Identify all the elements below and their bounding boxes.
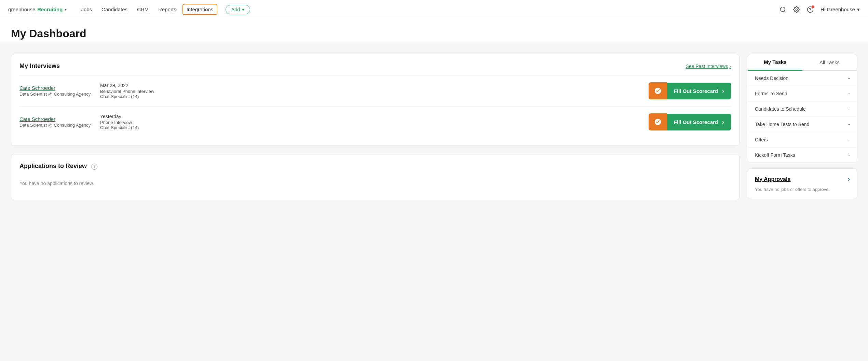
task-item-forms-to-send[interactable]: Forms To Send - bbox=[748, 86, 857, 101]
brand-logo[interactable]: greenhouse Recruiting ▾ bbox=[8, 6, 67, 12]
header-band: My Dashboard bbox=[0, 19, 868, 43]
interview-row-2: Cate Schroeder Data Scientist @ Consulti… bbox=[19, 106, 731, 137]
task-item-take-home-tests[interactable]: Take Home Tests to Send - bbox=[748, 117, 857, 132]
fill-scorecard-button-2[interactable]: Fill Out Scorecard › bbox=[649, 113, 731, 130]
tasks-list: Needs Decision - Forms To Send - Candida… bbox=[748, 71, 857, 163]
interview-row: Cate Schroeder Data Scientist @ Consulti… bbox=[19, 75, 731, 106]
approvals-title[interactable]: My Approvals bbox=[755, 176, 790, 182]
interview-date-2: Yesterday bbox=[100, 114, 643, 119]
scorecard-text-1: Fill Out Scorecard › bbox=[667, 83, 731, 99]
applications-title: Applications to Review i bbox=[19, 163, 97, 170]
user-menu[interactable]: Hi Greenhouse ▾ bbox=[820, 6, 860, 13]
brand-recruiting-text: Recruiting bbox=[37, 6, 63, 12]
main-column: My Interviews See Past Interviews › Cate… bbox=[11, 54, 740, 200]
candidate-role-1: Data Scientist @ Consulting Agency bbox=[19, 92, 95, 97]
interview-details-1: Mar 29, 2022 Behavioral Phone Interview … bbox=[100, 83, 643, 99]
search-button[interactable] bbox=[779, 6, 786, 13]
notification-dot bbox=[812, 5, 814, 8]
task-item-kickoff-form[interactable]: Kickoff Form Tasks - bbox=[748, 148, 857, 163]
approvals-header: My Approvals › bbox=[755, 176, 850, 183]
task-item-candidates-to-schedule[interactable]: Candidates to Schedule - bbox=[748, 101, 857, 117]
page-content: My Interviews See Past Interviews › Cate… bbox=[0, 43, 868, 211]
task-item-needs-decision[interactable]: Needs Decision - bbox=[748, 71, 857, 86]
candidate-name-1[interactable]: Cate Schroeder bbox=[19, 85, 95, 91]
approvals-empty-text: You have no jobs or offers to approve. bbox=[755, 187, 850, 192]
nav-link-candidates[interactable]: Candidates bbox=[98, 4, 131, 14]
approvals-arrow-icon[interactable]: › bbox=[848, 176, 850, 183]
nav-links: Jobs Candidates CRM Reports Integrations bbox=[78, 4, 217, 15]
applications-empty-text: You have no applications to review. bbox=[19, 175, 731, 192]
interview-type-2: Phone Interview bbox=[100, 120, 643, 125]
interview-type-1: Behavioral Phone Interview bbox=[100, 89, 643, 94]
nav-link-jobs[interactable]: Jobs bbox=[78, 4, 95, 14]
task-item-offers[interactable]: Offers - bbox=[748, 132, 857, 148]
applications-card: Applications to Review i You have no app… bbox=[11, 154, 740, 200]
info-icon[interactable]: i bbox=[91, 164, 97, 170]
brand-chevron-icon: ▾ bbox=[65, 7, 67, 12]
nav-link-integrations[interactable]: Integrations bbox=[182, 4, 217, 15]
settings-button[interactable] bbox=[793, 6, 800, 13]
scorecard-icon-1 bbox=[649, 82, 667, 99]
interviews-card: My Interviews See Past Interviews › Cate… bbox=[11, 54, 740, 146]
help-icon-wrap bbox=[807, 6, 814, 13]
navbar: greenhouse Recruiting ▾ Jobs Candidates … bbox=[0, 0, 868, 19]
approvals-card: My Approvals › You have no jobs or offer… bbox=[748, 168, 857, 199]
nav-link-reports[interactable]: Reports bbox=[155, 4, 180, 14]
see-past-interviews-link[interactable]: See Past Interviews › bbox=[686, 64, 731, 69]
svg-line-1 bbox=[784, 11, 786, 12]
tasks-tabs: My Tasks All Tasks bbox=[748, 54, 857, 71]
interview-details-2: Yesterday Phone Interview Chat Specialis… bbox=[100, 114, 643, 130]
interview-candidate-1: Cate Schroeder Data Scientist @ Consulti… bbox=[19, 85, 95, 97]
interviews-card-header: My Interviews See Past Interviews › bbox=[19, 63, 731, 70]
help-button[interactable] bbox=[807, 6, 814, 13]
interview-job-2: Chat Specialist (14) bbox=[100, 125, 643, 130]
nav-right: Hi Greenhouse ▾ bbox=[779, 6, 860, 13]
add-button[interactable]: Add ▾ bbox=[226, 5, 250, 14]
svg-point-2 bbox=[796, 9, 798, 10]
tab-all-tasks[interactable]: All Tasks bbox=[802, 54, 857, 70]
interview-date-1: Mar 29, 2022 bbox=[100, 83, 643, 88]
fill-scorecard-button-1[interactable]: Fill Out Scorecard › bbox=[649, 82, 731, 99]
scorecard-icon-2 bbox=[649, 113, 667, 130]
page-title: My Dashboard bbox=[0, 19, 868, 43]
interviews-title: My Interviews bbox=[19, 63, 60, 70]
interview-candidate-2: Cate Schroeder Data Scientist @ Consulti… bbox=[19, 116, 95, 128]
applications-card-header: Applications to Review i bbox=[19, 163, 731, 170]
nav-link-crm[interactable]: CRM bbox=[134, 4, 152, 14]
interview-job-1: Chat Specialist (14) bbox=[100, 94, 643, 99]
scorecard-text-2: Fill Out Scorecard › bbox=[667, 114, 731, 130]
candidate-name-2[interactable]: Cate Schroeder bbox=[19, 116, 95, 122]
tasks-card: My Tasks All Tasks Needs Decision - Form… bbox=[748, 54, 857, 163]
tab-my-tasks[interactable]: My Tasks bbox=[748, 54, 802, 71]
brand-greenhouse-text: greenhouse bbox=[8, 6, 35, 12]
candidate-role-2: Data Scientist @ Consulting Agency bbox=[19, 123, 95, 128]
right-sidebar: My Tasks All Tasks Needs Decision - Form… bbox=[748, 54, 857, 199]
